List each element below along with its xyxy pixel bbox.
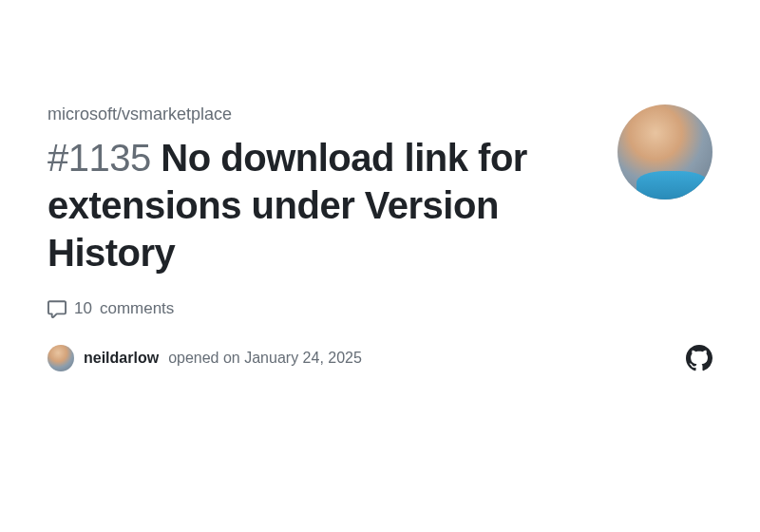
issue-number: #1135 [48, 137, 151, 179]
author-avatar-large[interactable] [618, 104, 712, 200]
repo-path[interactable]: microsoft/vsmarketplace [48, 104, 598, 124]
comments-row: 10 comments [48, 299, 712, 318]
byline: neildarlow opened on January 24, 2025 [48, 345, 362, 371]
comments-label: comments [100, 299, 174, 318]
author-avatar-small[interactable] [48, 345, 74, 371]
opened-text: opened on January 24, 2025 [168, 350, 362, 367]
issue-title: #1135 No download link for extensions un… [48, 134, 598, 276]
github-icon[interactable] [686, 345, 712, 371]
comment-icon [48, 299, 66, 318]
author-username[interactable]: neildarlow [84, 350, 159, 367]
comments-count: 10 [74, 299, 92, 318]
